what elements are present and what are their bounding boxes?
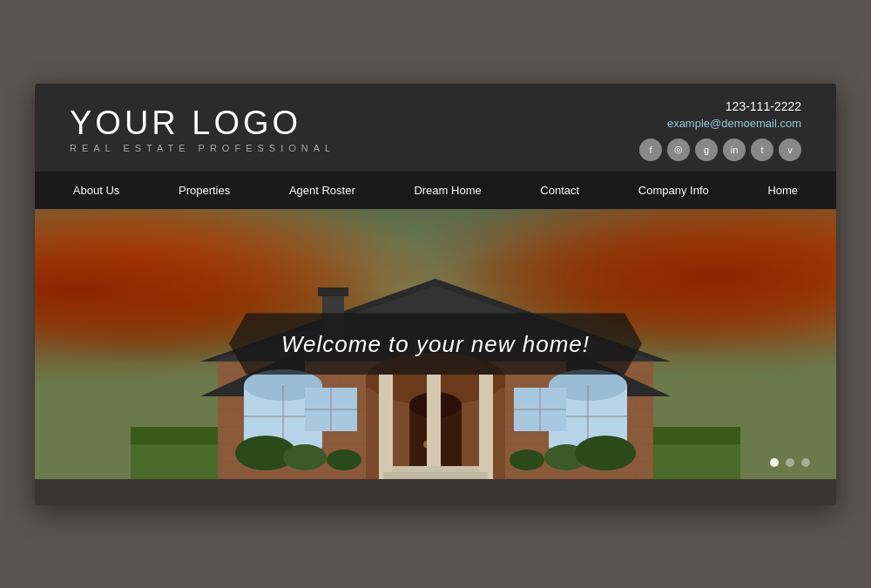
svg-rect-18 — [379, 375, 393, 479]
site-nav: About Us Properties Agent Roster Dream H… — [35, 172, 836, 209]
nav-item-company-info[interactable]: Company Info — [625, 172, 723, 209]
logo-subtitle: REAL ESTATE PROFESSIONAL — [70, 143, 335, 153]
nav-item-agent-roster[interactable]: Agent Roster — [275, 172, 369, 209]
browser-wrapper: YOUR LOGO REAL ESTATE PROFESSIONAL 123-1… — [35, 84, 836, 505]
twitter-icon[interactable]: t — [751, 139, 773, 161]
logo-title: YOUR LOGO — [70, 106, 335, 139]
footer-strip — [35, 479, 836, 505]
nav-item-about[interactable]: About Us — [59, 172, 133, 209]
nav-item-home[interactable]: Home — [753, 172, 812, 209]
welcome-text: Welcome to your new home! — [281, 330, 590, 356]
logo-area: YOUR LOGO REAL ESTATE PROFESSIONAL — [70, 106, 335, 153]
slider-dots — [770, 458, 810, 467]
svg-point-37 — [327, 449, 361, 470]
svg-point-38 — [510, 449, 544, 470]
contact-area: 123-111-2222 example@demoemail.com f ◎ g… — [639, 99, 801, 161]
nav-list: About Us Properties Agent Roster Dream H… — [44, 172, 827, 209]
phone-number: 123-111-2222 — [726, 99, 801, 113]
email-address: example@demoemail.com — [667, 117, 801, 130]
svg-rect-20 — [427, 375, 441, 479]
welcome-banner: Welcome to your new home! — [229, 313, 642, 375]
nav-item-contact[interactable]: Contact — [526, 172, 593, 209]
slider-dot-2[interactable] — [786, 458, 794, 467]
slider-dot-3[interactable] — [801, 458, 810, 467]
svg-rect-11 — [318, 287, 348, 296]
google-icon[interactable]: g — [695, 139, 718, 161]
hero-section: Welcome to your new home! — [35, 209, 836, 479]
svg-rect-42 — [383, 472, 488, 479]
nav-item-dream-home[interactable]: Dream Home — [400, 172, 495, 209]
facebook-icon[interactable]: f — [639, 139, 662, 161]
slider-dot-1[interactable] — [770, 458, 779, 467]
flickr-icon[interactable]: ◎ — [667, 139, 690, 161]
svg-point-36 — [283, 444, 327, 470]
linkedin-icon[interactable]: in — [723, 139, 746, 161]
vimeo-icon[interactable]: v — [779, 139, 801, 161]
svg-point-40 — [575, 436, 636, 470]
nav-item-properties[interactable]: Properties — [165, 172, 244, 209]
site-header: YOUR LOGO REAL ESTATE PROFESSIONAL 123-1… — [35, 84, 836, 172]
svg-rect-19 — [479, 375, 493, 479]
social-icons: f ◎ g in t v — [639, 139, 801, 161]
